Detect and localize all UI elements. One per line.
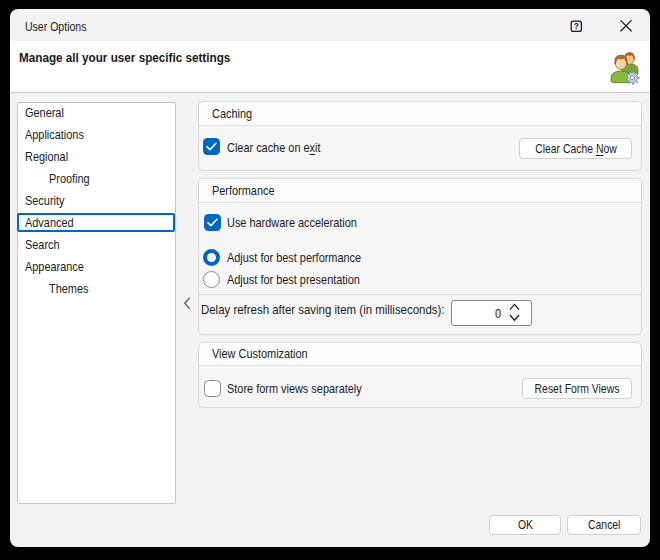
svg-text:?: ? bbox=[574, 21, 579, 31]
